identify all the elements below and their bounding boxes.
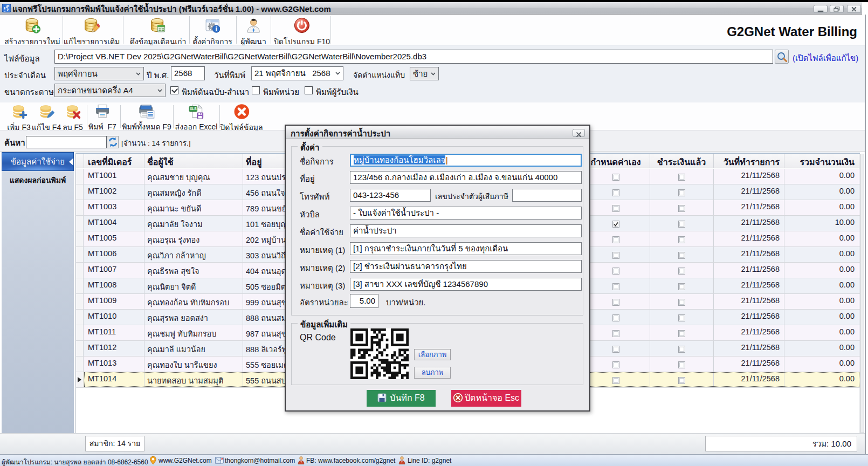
svg-text:XLS: XLS	[190, 107, 197, 111]
